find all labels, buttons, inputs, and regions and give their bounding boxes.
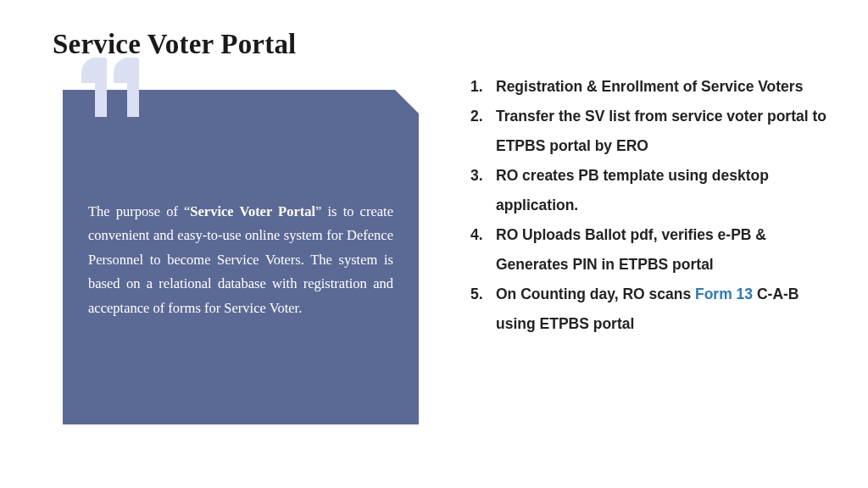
list-text: RO Uploads Ballot pdf, verifies e-PB & G… bbox=[496, 220, 826, 280]
form-13-link[interactable]: Form 13 bbox=[695, 286, 753, 302]
list-number: 3. bbox=[470, 161, 496, 220]
quote-prefix: The purpose of “ bbox=[88, 203, 190, 219]
list-text: On Counting day, RO scans Form 13 C-A-B … bbox=[496, 280, 826, 339]
list-text: Registration & Enrollment of Service Vot… bbox=[496, 72, 826, 102]
list-number: 5. bbox=[470, 280, 496, 339]
list-item: 3. RO creates PB template using desktop … bbox=[470, 161, 826, 220]
list-number: 1. bbox=[470, 72, 496, 102]
list-text: Transfer the SV list from service voter … bbox=[496, 102, 826, 161]
page-title: Service Voter Portal bbox=[53, 29, 296, 60]
list-item: 1. Registration & Enrollment of Service … bbox=[470, 72, 826, 102]
list-text-pre: On Counting day, RO scans bbox=[496, 286, 695, 302]
steps-list: 1. Registration & Enrollment of Service … bbox=[470, 72, 826, 339]
list-item: 2. Transfer the SV list from service vot… bbox=[470, 102, 826, 161]
list-number: 4. bbox=[470, 220, 496, 280]
quote-icon bbox=[81, 58, 139, 119]
list-number: 2. bbox=[470, 102, 496, 161]
quote-bold: Service Voter Portal bbox=[190, 203, 315, 219]
quote-body: The purpose of “Service Voter Portal” is… bbox=[88, 200, 393, 320]
quote-suffix: ” is to create convenient and easy-to-us… bbox=[88, 203, 393, 316]
list-item: 5. On Counting day, RO scans Form 13 C-A… bbox=[470, 280, 826, 339]
list-item: 4. RO Uploads Ballot pdf, verifies e-PB … bbox=[470, 220, 826, 280]
corner-fold bbox=[395, 90, 419, 114]
quote-card: The purpose of “Service Voter Portal” is… bbox=[63, 90, 419, 424]
list-text: RO creates PB template using desktop app… bbox=[496, 161, 826, 220]
